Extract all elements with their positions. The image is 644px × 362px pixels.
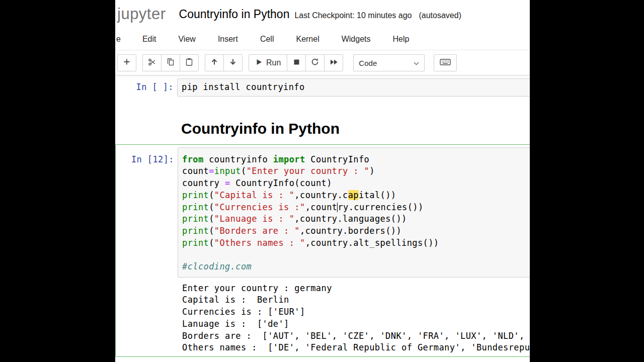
code-token: print xyxy=(182,214,209,224)
menu-item-help[interactable]: Help xyxy=(382,28,421,50)
title-group: Countryinfo in Python Last Checkpoint: 1… xyxy=(179,8,461,21)
move-group xyxy=(205,54,243,71)
code-token: "Capital is : " xyxy=(214,190,295,200)
code-token: input xyxy=(214,166,241,176)
paste-cell-button[interactable] xyxy=(180,54,199,71)
code-token: "Borders are : " xyxy=(214,226,300,236)
input-prompt: In [ ]: xyxy=(115,78,177,97)
command-palette-button[interactable] xyxy=(434,54,457,71)
cell-type-dropdown[interactable]: Code xyxy=(353,54,425,71)
menu-item-view[interactable]: View xyxy=(167,28,206,50)
play-icon xyxy=(255,58,263,68)
autosave-status: (autosaved) xyxy=(419,11,461,20)
output-line: Enter your country : germany xyxy=(182,283,530,295)
menu-item-widgets[interactable]: Widgets xyxy=(331,28,382,50)
code-line: print("Capital is : ",country.capital()) xyxy=(182,190,530,202)
move-up-icon xyxy=(210,58,218,68)
chevron-down-icon xyxy=(414,58,419,67)
output-line: Currencies is : ['EUR'] xyxy=(182,306,530,318)
code-token: ( xyxy=(209,226,214,236)
cell-2-input-row: In [12]: from countryinfo import Country… xyxy=(118,147,530,278)
toolbar: Run Code xyxy=(115,50,530,75)
code-token: ( xyxy=(209,202,214,212)
code-token: ( xyxy=(241,166,247,176)
code-line: from countryinfo import CountryInfo xyxy=(182,154,530,166)
code-block: pip install countryinfo xyxy=(182,81,529,94)
notebook-title[interactable]: Countryinfo in Python xyxy=(179,8,290,21)
code-token: ,country.alt_spellings()) xyxy=(305,238,439,248)
jupyter-logo[interactable]: jupyter xyxy=(117,5,166,23)
code-token: "Lanuage is : " xyxy=(214,214,295,224)
code-token: ap xyxy=(348,190,359,200)
restart-kernel-button[interactable] xyxy=(305,54,325,71)
menu-item-kernel[interactable]: Kernel xyxy=(285,28,330,50)
code-token: #clcoding.com xyxy=(182,261,252,272)
cell-2-output: Enter your country : germanyCapital is :… xyxy=(118,278,530,354)
code-token: "Enter your country : " xyxy=(247,166,370,176)
move-cell-up-button[interactable] xyxy=(205,54,224,71)
code-token: ,country.languages()) xyxy=(294,214,407,224)
notebook-header: jupyter Countryinfo in Python Last Check… xyxy=(115,0,530,28)
menu-item-insert[interactable]: Insert xyxy=(207,28,249,50)
code-token: = xyxy=(209,166,214,176)
code-editor[interactable]: from countryinfo import CountryInfocount… xyxy=(178,147,530,278)
restart-run-all-icon xyxy=(330,58,338,68)
add-cell-button[interactable] xyxy=(117,54,136,71)
copy-cell-button[interactable] xyxy=(161,54,180,71)
jupyter-notebook-app: jupyter Countryinfo in Python Last Check… xyxy=(115,0,530,362)
code-token: ( xyxy=(209,190,214,200)
letterbox-right xyxy=(530,0,644,362)
code-token: CountryInfo(count) xyxy=(230,178,332,188)
code-token: countryinfo xyxy=(204,154,273,164)
code-token: ( xyxy=(209,238,214,248)
code-token: ry.currencies()) xyxy=(338,202,423,212)
code-cell-2-selected: In [12]: from countryinfo import Country… xyxy=(115,144,530,357)
copy-icon xyxy=(167,58,175,68)
code-token: CountryInfo xyxy=(305,154,370,164)
clipboard-group xyxy=(142,54,199,71)
restart-run-all-button[interactable] xyxy=(324,54,343,71)
restart-kernel-icon xyxy=(311,58,319,68)
menu-item-edit[interactable]: Edit xyxy=(131,28,168,50)
letterbox-left xyxy=(0,0,115,362)
notebook-body: In [ ]: pip install countryinfo Countryi… xyxy=(115,75,530,357)
input-prompt: In [12]: xyxy=(118,147,178,278)
cut-cell-button[interactable] xyxy=(142,54,162,71)
code-block: from countryinfo import CountryInfocount… xyxy=(182,154,530,273)
code-line: #clcoding.com xyxy=(182,261,530,273)
markdown-heading: Countryinfo in Python xyxy=(181,120,530,137)
checkpoint-status: Last Checkpoint: 10 minutes ago xyxy=(294,11,412,20)
menu-bar: e Edit View Insert Cell Kernel Widgets H… xyxy=(115,28,530,50)
menu-item-file-partial[interactable]: e xyxy=(115,28,131,50)
code-line: country = CountryInfo(count) xyxy=(182,177,530,190)
code-line: print("Borders are : ",country.borders()… xyxy=(182,225,530,237)
code-token: ( xyxy=(209,214,214,224)
move-down-icon xyxy=(229,58,237,68)
add-cell-icon xyxy=(123,58,131,68)
output-line: Others names : ['DE', 'Federal Republic … xyxy=(182,342,530,354)
interrupt-kernel-button[interactable] xyxy=(287,54,306,71)
code-line: count=input("Enter your country : ") xyxy=(182,165,530,177)
markdown-cell[interactable]: Countryinfo in Python xyxy=(115,97,530,144)
code-token: ) xyxy=(369,166,375,176)
code-token: print xyxy=(182,226,209,236)
code-token: import xyxy=(273,154,305,164)
run-button[interactable]: Run xyxy=(249,54,287,71)
code-token: from xyxy=(182,154,204,164)
execution-group: Run xyxy=(249,54,343,71)
code-line xyxy=(182,249,530,261)
output-line: Capital is : Berlin xyxy=(182,294,530,306)
code-editor[interactable]: pip install countryinfo xyxy=(177,78,530,97)
run-button-label: Run xyxy=(266,58,281,67)
add-cell-group xyxy=(117,54,136,71)
code-token: print xyxy=(182,202,209,212)
code-token: "Others names : " xyxy=(214,238,305,248)
code-token: "Currencies is :" xyxy=(214,202,305,212)
move-cell-down-button[interactable] xyxy=(223,54,243,71)
code-line: print("Others names : ",country.alt_spel… xyxy=(182,237,530,249)
code-token: country xyxy=(182,178,225,188)
menu-item-cell[interactable]: Cell xyxy=(249,28,285,50)
code-token: ,country.borders()) xyxy=(300,226,401,236)
code-token: ital()) xyxy=(359,190,396,200)
cell-type-selected: Code xyxy=(359,59,377,67)
